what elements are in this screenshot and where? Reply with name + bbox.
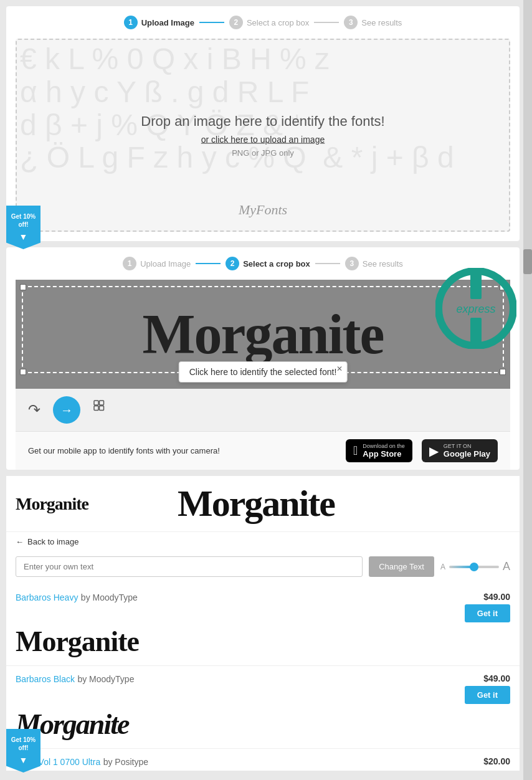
svg-rect-6	[470, 318, 482, 343]
step-2-circle: 2	[229, 16, 243, 29]
font-1-get-btn[interactable]: Get it	[465, 604, 510, 622]
tooltip-text: Click here to identify the selected font…	[189, 367, 337, 377]
crop-step-2-label: Select a crop box	[243, 259, 310, 269]
drop-sub: PNG or JPG only	[141, 148, 384, 158]
font-1-price: $49.00	[483, 592, 510, 602]
font-2-name-link[interactable]: Barbaros Black	[16, 674, 75, 684]
font-result-2: Barbaros Black by MoodyType $49.00 Get i…	[6, 666, 520, 749]
font-2-author: by MoodyType	[77, 674, 134, 684]
svg-rect-2	[94, 406, 98, 411]
font-2-price-col: $49.00 Get it	[465, 673, 510, 704]
crop-grid-icon[interactable]	[93, 399, 110, 421]
crop-handle-br[interactable]	[500, 369, 506, 375]
results-section: Morganite Morganite ← Back to image Chan…	[6, 476, 520, 771]
identify-tooltip[interactable]: Click here to identify the selected font…	[179, 361, 348, 383]
change-text-button[interactable]: Change Text	[369, 556, 434, 577]
crop-step-2: 2 Select a crop box	[226, 257, 310, 270]
font-2-sample: Morganite	[16, 708, 510, 741]
step-2-label: Select a crop box	[247, 18, 309, 27]
crop-step-3: 3 See results	[345, 257, 403, 270]
google-play-badge[interactable]: ▶ GET IT ON Google Play	[422, 439, 498, 462]
font-result-1: Barbaros Heavy by MoodyType $49.00 Get i…	[6, 584, 520, 666]
step-1-circle: 1	[124, 16, 138, 29]
font-1-name-link[interactable]: Barbaros Heavy	[16, 592, 78, 602]
drop-zone-content: Drop an image here to identify the fonts…	[141, 113, 384, 158]
scrollbar-thumb[interactable]	[523, 249, 532, 274]
size-slider[interactable]	[449, 566, 499, 568]
size-thumb[interactable]	[470, 563, 478, 571]
crop-step-line-1	[196, 263, 221, 264]
back-arrow-icon: ←	[16, 537, 24, 546]
font-2-info: Barbaros Black by MoodyType	[16, 673, 134, 685]
svg-text:express: express	[456, 303, 495, 315]
step-3-label: See results	[361, 18, 402, 27]
font-3-meta: Hype Vol 1 0700 Ultra by Positype $20.00	[16, 756, 510, 768]
badge-text-2: off!	[18, 221, 28, 229]
crop-step-1-label: Upload Image	[140, 259, 191, 269]
font-2-get-btn[interactable]: Get it	[465, 686, 510, 704]
google-small: GET IT ON	[444, 443, 490, 449]
step-1-label: Upload Image	[141, 18, 194, 27]
font-2-price: $49.00	[483, 673, 510, 683]
font-preview-large: Morganite Morganite	[6, 476, 520, 532]
appstore-small: Download on the	[363, 443, 405, 449]
google-name: Google Play	[444, 449, 490, 459]
upload-link[interactable]: or click here to upload an image	[141, 135, 384, 145]
crop-step-2-circle: 2	[226, 257, 239, 270]
svg-rect-5	[470, 274, 482, 299]
step-line-1	[199, 22, 224, 23]
step-3-circle: 3	[344, 16, 358, 29]
svg-rect-1	[100, 401, 104, 405]
text-controls: Change Text A A	[6, 551, 520, 584]
appstore-text: Download on the App Store	[363, 443, 405, 459]
badge-text-1: Get 10%	[11, 212, 36, 221]
font-3-price: $20.00	[483, 756, 510, 766]
size-large-label: A	[503, 560, 510, 573]
crop-step-3-label: See results	[363, 259, 403, 269]
svg-rect-0	[94, 401, 98, 405]
font-result-3: Hype Vol 1 0700 Ultra by Positype $20.00	[6, 749, 520, 771]
myfonts-brand: MyFonts	[239, 202, 287, 218]
rotate-icon[interactable]: ↶	[28, 401, 40, 419]
discount-badge-1[interactable]: Get 10% off! ▼	[6, 206, 40, 249]
mobile-promo: Get our mobile app to identify fonts wit…	[16, 431, 510, 470]
discount-badge-2[interactable]: Get 10% off! ▼	[6, 729, 40, 773]
google-icon: ▶	[429, 444, 439, 459]
crop-box[interactable]	[22, 286, 504, 373]
apple-icon: 	[353, 444, 358, 458]
font-3-price-col: $20.00	[483, 756, 510, 768]
mobile-promo-text: Get our mobile app to identify fonts wit…	[28, 446, 336, 455]
drop-title: Drop an image here to identify the fonts…	[141, 113, 384, 130]
arrow-right-icon: →	[60, 403, 73, 417]
badge2-text-2: off!	[18, 744, 28, 752]
crop-handle-bl[interactable]	[20, 369, 26, 375]
appstore-name: App Store	[363, 449, 405, 459]
crop-step-3-circle: 3	[345, 257, 359, 270]
badge2-text-1: Get 10%	[11, 736, 36, 744]
badge-arrow-1: ▼	[19, 231, 28, 242]
font-1-meta: Barbaros Heavy by MoodyType $49.00 Get i…	[16, 592, 510, 622]
drop-zone[interactable]: € k L % 0 Q x i B H % z α h y c Y ß . g …	[16, 39, 510, 232]
scrollbar[interactable]	[523, 0, 532, 780]
custom-text-input[interactable]	[16, 556, 363, 577]
upload-section: 1 Upload Image 2 Select a crop box 3 See…	[6, 6, 520, 241]
size-small-label: A	[440, 563, 445, 571]
font-1-sample: Morganite	[16, 626, 510, 658]
badge-arrow-2: ▼	[19, 754, 28, 766]
step-3: 3 See results	[344, 16, 402, 29]
svg-rect-3	[100, 406, 104, 411]
back-link-text: Back to image	[27, 537, 78, 546]
appstore-badge[interactable]:  Download on the App Store	[346, 439, 412, 462]
step-line-2	[314, 22, 339, 23]
crop-step-1-circle: 1	[123, 257, 136, 270]
identify-button[interactable]: →	[53, 396, 80, 424]
preview-large-text: Morganite	[178, 482, 335, 525]
step-2: 2 Select a crop box	[229, 16, 309, 29]
crop-step-line-2	[315, 263, 340, 264]
crop-step-1: 1 Upload Image	[123, 257, 191, 270]
express-logo: express	[435, 268, 516, 351]
tooltip-close-icon[interactable]: ✕	[336, 364, 343, 373]
crop-handle-tl[interactable]	[20, 284, 26, 290]
crop-actions: ↶ →	[16, 389, 510, 431]
back-link[interactable]: ← Back to image	[6, 532, 520, 551]
